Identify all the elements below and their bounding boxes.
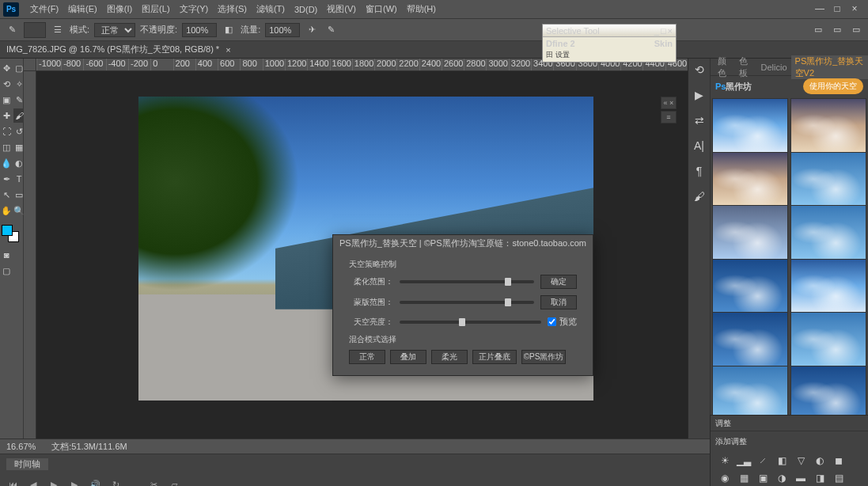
selective-maximize[interactable]: □	[661, 26, 666, 36]
preview-checkbox[interactable]	[548, 317, 556, 326]
brush-panel-icon[interactable]: ☰	[51, 23, 65, 37]
adj-gradient-icon[interactable]: ▤	[832, 473, 845, 484]
hand-tool[interactable]: ✋	[1, 203, 12, 218]
adj-mixer-icon[interactable]: ▦	[737, 473, 750, 484]
zoom-readout[interactable]: 16.67%	[6, 442, 36, 451]
soften-slider[interactable]	[400, 280, 534, 283]
adj-exposure-icon[interactable]: ◧	[775, 455, 788, 466]
tl-split-icon[interactable]: ✂	[147, 478, 160, 486]
strip-actions-icon[interactable]: ▶	[692, 87, 707, 103]
use-your-sky-button[interactable]: 使用你的天空	[803, 78, 863, 94]
screenmode-tool[interactable]: ▢	[1, 264, 12, 278]
brush-preview[interactable]	[24, 22, 46, 38]
tl-audio-icon[interactable]: 🔊	[89, 478, 101, 486]
strip-swap-icon[interactable]: ⇄	[692, 112, 707, 128]
menu-layer[interactable]: 图层(L)	[137, 3, 174, 15]
adj-lookup-icon[interactable]: ▣	[756, 473, 769, 484]
tl-loop-icon[interactable]: ↻	[109, 478, 122, 486]
sky-thumb[interactable]	[712, 366, 788, 419]
sky-thumb[interactable]	[712, 259, 788, 313]
menu-edit[interactable]: 编辑(E)	[63, 3, 102, 15]
flow-input[interactable]	[265, 23, 300, 37]
sky-thumb[interactable]	[790, 205, 866, 260]
adj-posterize-icon[interactable]: ▬	[794, 473, 807, 484]
preview-check[interactable]: 预览	[548, 316, 577, 328]
opacity-input[interactable]	[182, 23, 217, 37]
type-tool[interactable]: T	[13, 172, 25, 186]
adj-brightness-icon[interactable]: ☀	[718, 455, 731, 466]
tab-color[interactable]: 颜色	[714, 55, 735, 79]
workspace-icon-3[interactable]: ▭	[849, 23, 863, 37]
gradient-tool[interactable]: ▦	[13, 140, 25, 154]
tab-delicio[interactable]: Delicio	[757, 63, 791, 72]
tab-swatch[interactable]: 色板	[735, 55, 756, 79]
sky-thumb[interactable]	[790, 259, 866, 313]
doc-info[interactable]: 文档:51.3M/111.6M	[51, 441, 127, 453]
mode-credit[interactable]: ©PS黑作坊	[521, 350, 566, 364]
eraser-tool[interactable]: ◫	[1, 140, 12, 154]
mode-overlay[interactable]: 叠加	[390, 350, 426, 364]
selective-close[interactable]: ×	[668, 26, 673, 36]
zoom-tool[interactable]: 🔍	[13, 203, 25, 218]
lasso-tool[interactable]: ⟲	[1, 77, 12, 91]
strip-brush-icon[interactable]: 🖌	[692, 188, 707, 204]
timeline-tab[interactable]: 时间轴	[6, 458, 48, 470]
brightness-slider[interactable]	[400, 321, 541, 324]
tl-first-icon[interactable]: ⏮	[6, 478, 19, 486]
mode-multiply[interactable]: 正片叠底	[472, 350, 517, 364]
opacity-pressure-icon[interactable]: ◧	[222, 23, 236, 37]
shape-tool[interactable]: ▭	[13, 188, 25, 202]
close-button[interactable]: ×	[849, 4, 860, 15]
menu-window[interactable]: 窗口(W)	[361, 3, 402, 15]
workspace-icon-2[interactable]: ▭	[830, 23, 844, 37]
tl-next-icon[interactable]: ▶	[68, 478, 81, 486]
adj-bw-icon[interactable]: ◼	[832, 455, 845, 466]
adj-levels-icon[interactable]: ▁▃	[737, 455, 750, 466]
menu-type[interactable]: 文字(Y)	[175, 3, 214, 15]
marquee-tool[interactable]: ▢	[13, 61, 25, 75]
path-select-tool[interactable]: ↖	[1, 188, 12, 202]
selective-item-skin[interactable]: Skin	[654, 39, 673, 48]
history-brush-tool[interactable]: ↺	[13, 124, 25, 139]
menu-image[interactable]: 图像(I)	[102, 3, 137, 15]
sky-thumb[interactable]	[712, 98, 788, 153]
sky-thumb[interactable]	[790, 312, 866, 366]
canvas-menu-icon[interactable]: ≡	[661, 111, 677, 123]
workspace-icon-1[interactable]: ▭	[811, 23, 825, 37]
cancel-button[interactable]: 取消	[540, 295, 577, 309]
menu-select[interactable]: 选择(S)	[213, 3, 252, 15]
quickmask-tool[interactable]: ◙	[1, 248, 12, 262]
adj-photo-filter-icon[interactable]: ◉	[718, 473, 731, 484]
strip-history-icon[interactable]: ⟲	[692, 62, 707, 78]
selective-tool-window[interactable]: Selective Tool _ □ × Dfine 2 Skin 田 设置	[542, 24, 677, 63]
mode-normal[interactable]: 正常	[349, 350, 385, 364]
sky-thumb[interactable]	[790, 152, 866, 207]
sky-thumb[interactable]	[790, 98, 866, 153]
move-tool[interactable]: ✥	[1, 61, 12, 75]
strip-para-icon[interactable]: ¶	[692, 163, 707, 179]
blur-tool[interactable]: 💧	[1, 156, 12, 170]
strip-char-icon[interactable]: A|	[692, 138, 707, 154]
dodge-tool[interactable]: ◐	[13, 156, 25, 170]
pen-tool[interactable]: ✒	[1, 172, 12, 186]
crop-tool[interactable]: ▣	[1, 93, 12, 107]
airbrush-icon[interactable]: ✈	[305, 23, 319, 37]
adj-vibrance-icon[interactable]: ▽	[794, 455, 807, 466]
adj-curves-icon[interactable]: ⟋	[756, 455, 769, 466]
menu-help[interactable]: 帮助(H)	[402, 3, 441, 15]
sky-dialog-titlebar[interactable]: PS黑作坊_替换天空 | ©PS黑作坊 淘宝原链：stone0.taobao.c…	[333, 235, 593, 251]
tool-preset-icon[interactable]: ✎	[5, 23, 19, 37]
menu-filter[interactable]: 滤镜(T)	[252, 3, 290, 15]
sky-thumb[interactable]	[712, 205, 788, 260]
color-swatches[interactable]	[0, 223, 21, 244]
minimize-button[interactable]: —	[814, 4, 825, 15]
mode-select[interactable]: 正常	[94, 23, 135, 37]
selective-settings[interactable]: 田 设置	[543, 50, 676, 62]
magic-wand-tool[interactable]: ✧	[13, 77, 25, 91]
sky-dialog[interactable]: PS黑作坊_替换天空 | ©PS黑作坊 淘宝原链：stone0.taobao.c…	[332, 234, 593, 376]
sky-thumb[interactable]	[712, 152, 788, 207]
tl-prev-icon[interactable]: ◀	[27, 478, 40, 486]
menu-view[interactable]: 视图(V)	[322, 3, 361, 15]
ok-button[interactable]: 确定	[540, 275, 577, 289]
stamp-tool[interactable]: ⛶	[1, 124, 12, 139]
